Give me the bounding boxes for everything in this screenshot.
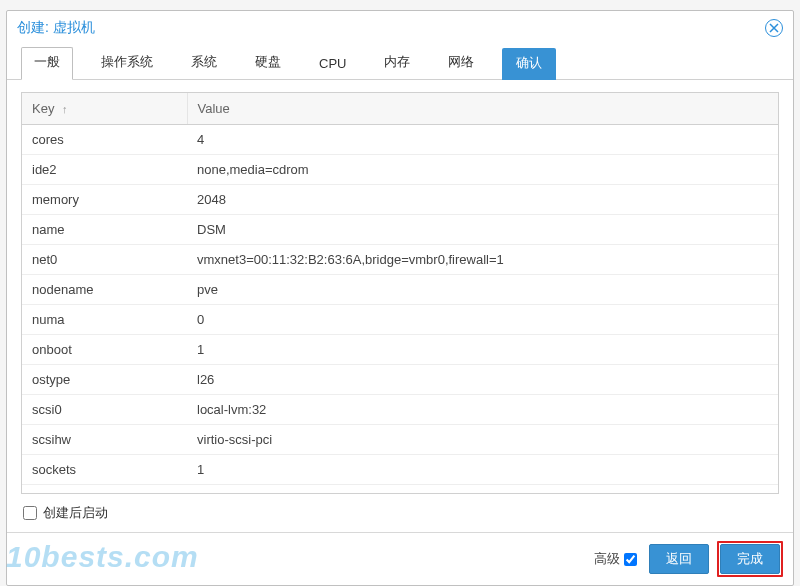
cell-key: sockets: [22, 455, 187, 485]
start-after-create-row: 创建后启动: [21, 494, 779, 526]
start-after-create-checkbox[interactable]: [23, 506, 37, 520]
table-row[interactable]: scsi0local-lvm:32: [22, 395, 778, 425]
tab-disk[interactable]: 硬盘: [245, 47, 291, 79]
sort-asc-icon: ↑: [62, 103, 68, 115]
tab-confirm[interactable]: 确认: [502, 48, 556, 80]
cell-value: DSM: [187, 215, 778, 245]
cell-key: scsihw: [22, 425, 187, 455]
tab-network[interactable]: 网络: [438, 47, 484, 79]
table-row[interactable]: vmid103: [22, 485, 778, 495]
cell-value: 103: [187, 485, 778, 495]
tab-os[interactable]: 操作系统: [91, 47, 163, 79]
tab-cpu[interactable]: CPU: [309, 50, 356, 79]
close-icon[interactable]: [765, 19, 783, 37]
table-row[interactable]: numa0: [22, 305, 778, 335]
wizard-tabs: 一般 操作系统 系统 硬盘 CPU 内存 网络 确认: [7, 41, 793, 80]
modal-header: 创建: 虚拟机: [7, 11, 793, 41]
col-value-header[interactable]: Value: [187, 93, 778, 125]
cell-key: cores: [22, 125, 187, 155]
table-row[interactable]: ostypel26: [22, 365, 778, 395]
cell-value: virtio-scsi-pci: [187, 425, 778, 455]
cell-key: net0: [22, 245, 187, 275]
advanced-toggle[interactable]: 高级: [594, 550, 637, 568]
table-row[interactable]: net0vmxnet3=00:11:32:B2:63:6A,bridge=vmb…: [22, 245, 778, 275]
table-row[interactable]: nameDSM: [22, 215, 778, 245]
modal-footer: 高级 返回 完成: [7, 532, 793, 585]
cell-value: 1: [187, 455, 778, 485]
tab-memory[interactable]: 内存: [374, 47, 420, 79]
modal-content: Key ↑ Value cores4ide2none,media=cdromme…: [7, 80, 793, 532]
cell-key: ide2: [22, 155, 187, 185]
advanced-label: 高级: [594, 550, 620, 568]
cell-value: l26: [187, 365, 778, 395]
table-row[interactable]: memory2048: [22, 185, 778, 215]
cell-key: memory: [22, 185, 187, 215]
cell-key: name: [22, 215, 187, 245]
cell-key: onboot: [22, 335, 187, 365]
summary-table-wrap: Key ↑ Value cores4ide2none,media=cdromme…: [21, 92, 779, 494]
cell-value: local-lvm:32: [187, 395, 778, 425]
table-row[interactable]: sockets1: [22, 455, 778, 485]
table-row[interactable]: ide2none,media=cdrom: [22, 155, 778, 185]
col-key-header[interactable]: Key ↑: [22, 93, 187, 125]
cell-value: 2048: [187, 185, 778, 215]
cell-value: 4: [187, 125, 778, 155]
table-row[interactable]: onboot1: [22, 335, 778, 365]
finish-button[interactable]: 完成: [720, 544, 780, 574]
table-row[interactable]: scsihwvirtio-scsi-pci: [22, 425, 778, 455]
cell-key: nodename: [22, 275, 187, 305]
cell-key: ostype: [22, 365, 187, 395]
start-after-create-label: 创建后启动: [43, 504, 108, 522]
cell-key: scsi0: [22, 395, 187, 425]
tab-system[interactable]: 系统: [181, 47, 227, 79]
table-row[interactable]: nodenamepve: [22, 275, 778, 305]
create-vm-modal: 创建: 虚拟机 一般 操作系统 系统 硬盘 CPU 内存 网络 确认 Key ↑: [6, 10, 794, 586]
cell-key: vmid: [22, 485, 187, 495]
cell-value: none,media=cdrom: [187, 155, 778, 185]
summary-table: Key ↑ Value cores4ide2none,media=cdromme…: [22, 93, 778, 494]
cell-value: 0: [187, 305, 778, 335]
cell-value: 1: [187, 335, 778, 365]
cell-key: numa: [22, 305, 187, 335]
advanced-checkbox[interactable]: [624, 553, 637, 566]
cell-value: vmxnet3=00:11:32:B2:63:6A,bridge=vmbr0,f…: [187, 245, 778, 275]
table-row[interactable]: cores4: [22, 125, 778, 155]
finish-button-highlight: 完成: [717, 541, 783, 577]
cell-value: pve: [187, 275, 778, 305]
back-button[interactable]: 返回: [649, 544, 709, 574]
modal-title: 创建: 虚拟机: [17, 19, 95, 37]
tab-general[interactable]: 一般: [21, 47, 73, 80]
